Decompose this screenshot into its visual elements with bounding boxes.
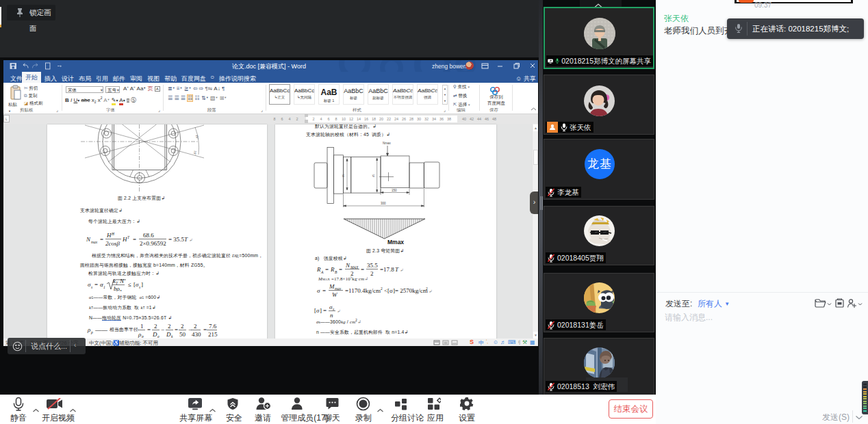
svg-text:2: 2	[296, 117, 298, 121]
svg-text:300: 300	[381, 202, 386, 205]
svg-text:15°: 15°	[195, 135, 199, 140]
svg-text:g: g	[157, 334, 159, 338]
svg-text:=1170.4kg/cm: =1170.4kg/cm	[345, 287, 381, 294]
svg-text:=: =	[323, 307, 327, 314]
svg-text:2×0.96592: 2×0.96592	[140, 240, 166, 247]
svg-text:2cosβ: 2cosβ	[105, 240, 120, 247]
svg-text:68.6: 68.6	[143, 232, 154, 239]
svg-text:p: p	[90, 330, 93, 334]
svg-text:95: 95	[342, 174, 345, 177]
svg-text:8: 8	[273, 117, 275, 121]
svg-text:]: ]	[320, 307, 322, 314]
svg-text:35.5: 35.5	[367, 262, 378, 269]
svg-text:30: 30	[417, 117, 421, 121]
svg-text:H: H	[106, 232, 112, 239]
svg-text:T: T	[184, 236, 188, 243]
svg-text:MAX: MAX	[350, 265, 359, 269]
svg-text:<[σ]= 2570kg/cm: <[σ]= 2570kg/cm	[384, 287, 428, 294]
svg-text:↲: ↲	[189, 238, 192, 242]
svg-text:1: 1	[103, 285, 105, 289]
svg-text:p: p	[141, 334, 144, 338]
svg-text:=: =	[361, 266, 364, 273]
svg-text:=: =	[100, 236, 103, 243]
svg-text:σ: σ	[317, 287, 320, 294]
svg-text:↲: ↲	[429, 289, 432, 293]
svg-text:=17.8: =17.8	[380, 266, 394, 273]
svg-text:=: =	[133, 236, 136, 243]
svg-text:=: =	[339, 266, 342, 273]
svg-text:W: W	[332, 291, 338, 298]
svg-text:D: D	[152, 331, 157, 338]
svg-text:——: ——	[94, 326, 108, 333]
svg-text:46: 46	[485, 117, 489, 121]
svg-text:M: M	[329, 283, 335, 290]
svg-text:7.6: 7.6	[209, 323, 217, 330]
svg-text:T: T	[127, 235, 130, 239]
svg-text:10: 10	[342, 117, 346, 121]
svg-text:H: H	[122, 236, 127, 243]
svg-text:≤: ≤	[128, 281, 131, 288]
svg-text:]: ]	[141, 281, 143, 288]
svg-text:20: 20	[379, 117, 383, 121]
svg-text:=: =	[94, 281, 98, 288]
svg-text:6: 6	[281, 117, 283, 121]
svg-text:Nmax: Nmax	[383, 142, 392, 145]
svg-text:2: 2	[194, 323, 197, 330]
svg-text:1: 1	[140, 323, 144, 330]
svg-text:2: 2	[381, 287, 383, 291]
svg-text:34: 34	[432, 117, 436, 121]
svg-text:36: 36	[439, 117, 444, 121]
svg-text:2: 2	[168, 323, 171, 330]
svg-text:6: 6	[327, 117, 329, 121]
svg-text:40: 40	[462, 117, 466, 121]
svg-text:A: A	[320, 270, 324, 274]
svg-text:= 35.5: = 35.5	[168, 236, 185, 243]
svg-text:=: =	[325, 266, 329, 273]
svg-text:8: 8	[335, 117, 337, 121]
svg-text:=: =	[147, 326, 151, 333]
svg-text:2: 2	[312, 117, 314, 121]
svg-text:28: 28	[409, 117, 413, 121]
svg-text:150: 150	[392, 189, 397, 192]
svg-text:22: 22	[387, 117, 391, 121]
svg-text:26: 26	[402, 117, 406, 121]
svg-text:18: 18	[372, 117, 376, 121]
svg-text:R: R	[316, 266, 321, 273]
svg-text:−: −	[161, 326, 164, 333]
svg-text:N: N	[86, 236, 91, 243]
svg-text:H: H	[111, 232, 115, 236]
svg-text:2: 2	[370, 270, 374, 277]
svg-text:D: D	[166, 331, 171, 338]
svg-text:p: p	[119, 289, 122, 291]
svg-text:50: 50	[179, 331, 186, 338]
svg-text:32: 32	[424, 117, 429, 121]
svg-text:k: k	[171, 334, 173, 338]
svg-text:45: 45	[372, 174, 375, 177]
svg-text:s: s	[333, 307, 334, 311]
svg-text:14: 14	[357, 117, 361, 121]
svg-text:430: 430	[192, 331, 201, 338]
svg-text:n: n	[330, 312, 333, 317]
svg-text:N: N	[119, 278, 125, 284]
svg-text:215: 215	[208, 331, 218, 338]
svg-text:↲: ↲	[400, 268, 403, 272]
svg-text:=: =	[322, 287, 326, 294]
svg-text:↲: ↲	[337, 309, 340, 313]
svg-text:=: =	[175, 326, 178, 333]
svg-text:4: 4	[320, 117, 322, 121]
svg-text:N: N	[345, 262, 350, 269]
svg-text:2: 2	[426, 287, 428, 291]
svg-text:s: s	[91, 285, 92, 289]
svg-text:42: 42	[470, 117, 474, 121]
svg-text:12: 12	[349, 117, 353, 121]
svg-text:24: 24	[394, 117, 398, 121]
svg-text:B: B	[335, 270, 337, 274]
svg-text:max: max	[91, 240, 98, 244]
svg-text:=: =	[203, 326, 207, 333]
svg-text:2: 2	[181, 323, 184, 330]
svg-text:48: 48	[492, 117, 496, 121]
svg-text:4: 4	[288, 117, 290, 121]
svg-text:T: T	[395, 266, 399, 273]
svg-text:2: 2	[154, 323, 157, 330]
svg-text:R: R	[330, 266, 335, 273]
